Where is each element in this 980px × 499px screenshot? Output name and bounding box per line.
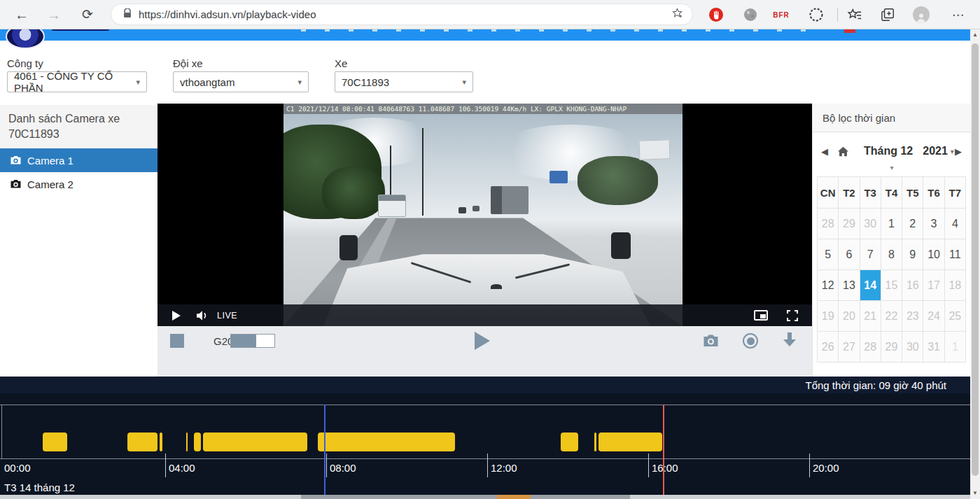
timeline-recording-segment[interactable] <box>186 433 188 451</box>
url-text[interactable]: https://dinhvi.adsun.vn/playback-video <box>139 8 316 20</box>
horizontal-scrollbar[interactable] <box>0 495 970 499</box>
timeline-recording-segment[interactable] <box>194 433 201 451</box>
timeline-axis <box>0 458 970 459</box>
camera-list-title-line1: Danh sách Camera xe <box>8 111 149 127</box>
video-frame[interactable]: C1 2021/12/14 08:00:41 840648763 11.0486… <box>284 104 682 326</box>
calendar-day[interactable]: 29 <box>839 209 860 239</box>
vertical-scrollbar-thumb[interactable] <box>972 43 979 476</box>
calendar-day[interactable]: 10 <box>923 239 944 270</box>
picture-in-picture-icon[interactable] <box>754 310 768 321</box>
calendar-day[interactable]: 12 <box>818 270 839 301</box>
forward-icon: → <box>43 0 64 29</box>
lock-icon <box>123 8 132 21</box>
scroll-down-icon[interactable]: ▼ <box>970 488 980 499</box>
fleet-label: Đội xe <box>173 57 203 69</box>
calendar-day[interactable]: 8 <box>881 239 902 270</box>
address-bar[interactable]: https://dinhvi.adsun.vn/playback-video <box>111 3 693 25</box>
vehicle-select[interactable]: 70C11893 ▾ <box>335 71 473 92</box>
timeline-recording-segment[interactable] <box>160 433 162 451</box>
timeline-recording-segment[interactable] <box>203 433 308 451</box>
calendar-day[interactable]: 20 <box>839 301 860 332</box>
download-button[interactable] <box>782 332 797 349</box>
calendar-day[interactable]: 19 <box>818 301 839 332</box>
calendar-day[interactable]: 24 <box>923 301 944 332</box>
calendar-day[interactable]: 9 <box>902 239 923 270</box>
refresh-icon[interactable]: ⟳ <box>77 0 98 29</box>
calendar-day[interactable]: 27 <box>839 332 860 363</box>
timeline[interactable]: T3 14 tháng 12 00:0004:0008:0012:0016:00… <box>0 393 970 495</box>
playback-play-button[interactable] <box>475 332 490 350</box>
calendar-day[interactable]: 2 <box>902 209 923 239</box>
fullscreen-icon[interactable] <box>787 310 798 321</box>
calendar-day[interactable]: 31 <box>923 332 944 363</box>
calendar-day[interactable]: 23 <box>902 301 923 332</box>
more-menu-icon[interactable]: ⋯ <box>949 6 967 24</box>
vertical-scrollbar[interactable]: ▲ ▼ <box>970 29 980 499</box>
timeline-tick <box>165 454 166 477</box>
back-icon[interactable]: ← <box>11 0 32 29</box>
calendar-day[interactable]: 1 <box>945 332 966 363</box>
weekday-T6: T6 <box>923 177 944 209</box>
calendar-day[interactable]: 22 <box>881 301 902 332</box>
profile-avatar[interactable] <box>912 6 930 24</box>
next-month-icon[interactable]: ▶ <box>955 146 962 157</box>
calendar-day[interactable]: 18 <box>945 270 966 301</box>
calendar-day[interactable]: 30 <box>860 209 881 239</box>
calendar-day[interactable]: 11 <box>945 239 966 270</box>
timeline-recording-segment[interactable] <box>561 433 578 451</box>
adblock-icon[interactable] <box>707 6 725 24</box>
video-player[interactable]: C1 2021/12/14 08:00:41 840648763 11.0486… <box>158 104 812 326</box>
calendar-day[interactable]: 16 <box>902 270 923 301</box>
calendar-day[interactable]: 6 <box>839 239 860 270</box>
stop-button[interactable] <box>170 334 184 348</box>
prev-month-icon[interactable]: ◀ <box>821 146 828 157</box>
calendar-day[interactable]: 26 <box>818 332 839 363</box>
camera-1-item[interactable]: Camera 1 <box>0 148 158 172</box>
calendar-day[interactable]: 13 <box>839 270 860 301</box>
timeline-playhead[interactable] <box>324 405 326 495</box>
calendar-day[interactable]: 15 <box>881 270 902 301</box>
extension-sphere-icon[interactable] <box>741 6 760 24</box>
camera-icon <box>10 155 22 165</box>
timeline-recording-segment[interactable] <box>594 433 596 451</box>
calendar-day[interactable]: 21 <box>860 301 881 332</box>
timeline-recording-segment[interactable] <box>127 433 158 451</box>
calendar-day[interactable]: 4 <box>945 209 966 239</box>
favorites-list-icon[interactable] <box>846 6 864 24</box>
calendar-day[interactable]: 5 <box>818 239 839 270</box>
calendar-day[interactable]: 28 <box>818 209 839 239</box>
calendar-day[interactable]: 29 <box>881 332 902 363</box>
record-button[interactable] <box>743 333 758 349</box>
play-icon[interactable] <box>172 311 181 321</box>
timeline-recording-segment[interactable] <box>318 433 456 451</box>
calendar-day[interactable]: 17 <box>923 270 944 301</box>
calendar-day[interactable]: 7 <box>860 239 881 270</box>
calendar-day[interactable]: 30 <box>902 332 923 363</box>
snapshot-button[interactable] <box>702 334 720 348</box>
bfr-extension-icon[interactable]: BFR <box>772 6 790 24</box>
timeline-recording-segment[interactable] <box>598 433 662 451</box>
favorite-star-icon[interactable] <box>671 7 683 22</box>
hood-ornament <box>491 284 502 289</box>
camera-2-item[interactable]: Camera 2 <box>0 172 158 196</box>
volume-icon[interactable] <box>196 310 209 321</box>
gain-meter-fill <box>231 335 256 347</box>
company-label: Công ty <box>7 57 43 69</box>
company-select[interactable]: 4061 - CÔNG TY CỔ PHẦN ▾ <box>7 71 147 92</box>
gain-meter[interactable] <box>230 334 275 348</box>
scroll-up-icon[interactable]: ▲ <box>970 29 980 41</box>
home-icon[interactable] <box>837 146 849 157</box>
calendar-year[interactable]: 2021 <box>923 145 948 157</box>
calendar-month[interactable]: Tháng 12 <box>864 145 913 157</box>
calendar-day[interactable]: 25 <box>945 301 966 332</box>
calendar-day[interactable]: 28 <box>860 332 881 363</box>
calendar-day[interactable]: 14 <box>860 270 881 301</box>
fleet-select[interactable]: vthoangtam ▾ <box>173 71 309 92</box>
seal-extension-icon[interactable] <box>807 6 825 24</box>
timeline-recording-segment[interactable] <box>43 433 68 451</box>
calendar-day[interactable]: 1 <box>881 209 902 239</box>
collections-icon[interactable] <box>879 6 897 24</box>
calendar-day[interactable]: 3 <box>923 209 944 239</box>
timeline-tick <box>487 454 488 477</box>
horizontal-scrollbar-thumb[interactable] <box>301 495 630 499</box>
